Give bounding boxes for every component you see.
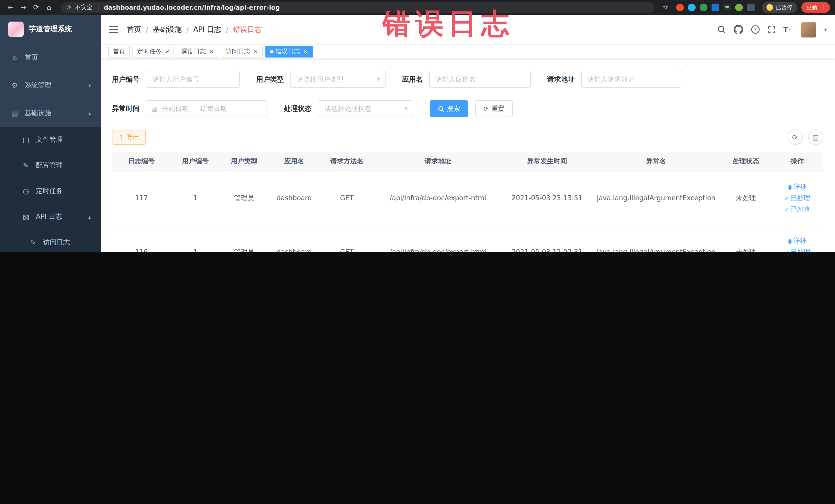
column-header: 处理状态 bbox=[720, 152, 772, 171]
check-icon: ✓ bbox=[785, 249, 789, 252]
cell-request-url: /api/infra/db-doc/export-html bbox=[374, 225, 502, 252]
avatar-caret-icon[interactable]: ▾ bbox=[824, 27, 827, 32]
cell-log-id: 117 bbox=[112, 171, 171, 225]
cell-actions: ◉详细✓已处理✓已忽略 bbox=[772, 225, 823, 252]
mark-processed-link[interactable]: ✓已处理 bbox=[774, 192, 821, 204]
extension-icon-leaf[interactable] bbox=[735, 4, 742, 11]
tab-label: 定时任务 bbox=[137, 47, 162, 56]
detail-link[interactable]: ◉详细 bbox=[774, 181, 821, 192]
action-label: 详细 bbox=[794, 183, 807, 190]
logo-image bbox=[8, 22, 24, 37]
tab-错误日志[interactable]: 错误日志× bbox=[265, 46, 312, 58]
breadcrumb-separator: / bbox=[226, 25, 228, 34]
action-label: 已忽略 bbox=[790, 205, 810, 213]
user-type-select[interactable]: 请选择用户类型 ▾ bbox=[290, 71, 386, 88]
sidebar-item-API 日志[interactable]: ▧API 日志▴ bbox=[0, 204, 101, 229]
exception-time-range[interactable]: ▦ 开始日期 - 结束日期 bbox=[146, 100, 267, 117]
extension-icon-blue-grid[interactable] bbox=[711, 4, 719, 11]
sidebar-item-访问日志[interactable]: ✎访问日志 bbox=[0, 229, 101, 252]
table-row: 1161管理员dashboardGET/api/infra/db-doc/exp… bbox=[112, 225, 823, 252]
sidebar-item-首页[interactable]: ⌂首页 bbox=[0, 44, 101, 72]
tab-访问日志[interactable]: 访问日志× bbox=[221, 46, 263, 58]
browser-home-icon[interactable]: ⌂ bbox=[44, 2, 55, 13]
sidebar-toggle-icon[interactable] bbox=[109, 26, 118, 33]
back-icon[interactable]: ← bbox=[5, 2, 16, 13]
cell-user-type: 管理员 bbox=[220, 225, 268, 252]
column-settings-button[interactable]: ▥ bbox=[808, 129, 823, 145]
export-icon: ↑ bbox=[119, 133, 124, 141]
sidebar-menu: ⌂首页⚙系统管理▾▤基础设施▴▢文件管理✎配置管理◷定时任务▧API 日志▴✎访… bbox=[0, 44, 101, 252]
fullscreen-icon[interactable] bbox=[768, 25, 776, 34]
start-date-placeholder: 开始日期 bbox=[162, 104, 189, 113]
reload-icon[interactable]: ⟳ bbox=[31, 2, 42, 13]
column-header: 请求方法名 bbox=[320, 152, 374, 171]
close-tab-icon[interactable]: × bbox=[303, 48, 308, 55]
sidebar-item-文件管理[interactable]: ▢文件管理 bbox=[0, 127, 101, 153]
breadcrumb-item[interactable]: 首页 bbox=[127, 25, 141, 34]
request-url-field: 请求地址 bbox=[547, 71, 681, 88]
process-status-select[interactable]: 请选择处理状态 ▾ bbox=[318, 100, 413, 117]
close-tab-icon[interactable]: × bbox=[209, 48, 213, 55]
request-url-label: 请求地址 bbox=[547, 75, 575, 84]
export-button[interactable]: ↑ 导出 bbox=[112, 130, 146, 144]
cell-app-name: dashboard bbox=[268, 171, 320, 225]
chrome-update-button[interactable]: 更新 ⋮ bbox=[801, 2, 830, 13]
column-header: 应用名 bbox=[268, 152, 320, 171]
bookmark-star-icon[interactable]: ☆ bbox=[660, 2, 671, 13]
table-toolbar: ↑ 导出 ⟳ ▥ bbox=[112, 129, 823, 145]
eye-icon: ◉ bbox=[788, 238, 792, 244]
help-icon[interactable]: ? bbox=[751, 25, 760, 34]
detail-link[interactable]: ◉详细 bbox=[774, 235, 821, 246]
app-logo[interactable]: 芋道管理系统 bbox=[0, 15, 101, 44]
header-search-icon[interactable] bbox=[717, 25, 726, 34]
extension-icon-paw[interactable] bbox=[747, 4, 754, 11]
sidebar-item-基础设施[interactable]: ▤基础设施▴ bbox=[0, 99, 101, 127]
extension-icon-switch-on[interactable]: on bbox=[723, 4, 731, 11]
eye-icon: ◉ bbox=[788, 184, 792, 190]
chevron-down-icon: ▾ bbox=[377, 76, 380, 83]
forward-icon[interactable]: → bbox=[18, 2, 29, 13]
tab-调度日志[interactable]: 调度日志× bbox=[177, 46, 218, 58]
mark-processed-link[interactable]: ✓已处理 bbox=[774, 246, 821, 252]
column-header: 用户编号 bbox=[171, 152, 220, 171]
sidebar-item-label: 系统管理 bbox=[25, 81, 51, 90]
navbar-actions: ? TT ▾ bbox=[717, 22, 827, 37]
profile-paused-badge[interactable]: 已暂停 bbox=[761, 2, 797, 13]
app-name-input[interactable] bbox=[429, 71, 531, 88]
sidebar-item-系统管理[interactable]: ⚙系统管理▾ bbox=[0, 72, 101, 99]
github-icon[interactable] bbox=[734, 25, 744, 35]
font-size-icon[interactable]: TT bbox=[784, 25, 793, 34]
cell-user-type: 管理员 bbox=[220, 171, 268, 225]
close-tab-icon[interactable]: × bbox=[253, 48, 258, 55]
breadcrumb-item[interactable]: API 日志 bbox=[193, 25, 221, 34]
cell-log-id: 116 bbox=[112, 225, 171, 252]
user-id-input[interactable] bbox=[146, 71, 240, 88]
user-avatar[interactable] bbox=[801, 22, 816, 37]
search-button[interactable]: 搜索 bbox=[430, 100, 468, 117]
sidebar-item-配置管理[interactable]: ✎配置管理 bbox=[0, 153, 101, 178]
app-name-field: 应用名 bbox=[402, 71, 531, 88]
end-date-placeholder: 结束日期 bbox=[200, 104, 227, 113]
chevron-down-icon: ▾ bbox=[88, 82, 91, 88]
check-icon: ✓ bbox=[785, 206, 789, 213]
extension-icon-green[interactable] bbox=[699, 4, 707, 11]
security-chip[interactable]: 不安全 bbox=[75, 4, 93, 11]
extension-icon-orange[interactable] bbox=[676, 4, 684, 11]
tab-label: 访问日志 bbox=[226, 47, 250, 56]
tab-label: 错误日志 bbox=[276, 47, 300, 56]
process-status-placeholder: 请选择处理状态 bbox=[324, 104, 371, 113]
address-bar[interactable]: ⚠ 不安全 | dashboard.yudao.iocoder.cn/infra… bbox=[61, 2, 654, 13]
sidebar-item-定时任务[interactable]: ◷定时任务 bbox=[0, 178, 101, 204]
close-tab-icon[interactable]: × bbox=[165, 48, 169, 55]
request-url-input[interactable] bbox=[581, 71, 681, 88]
tab-首页[interactable]: 首页 bbox=[108, 46, 130, 58]
sidebar-item-label: 定时任务 bbox=[36, 186, 63, 196]
user-id-label: 用户编号 bbox=[112, 75, 140, 84]
mark-ignored-link[interactable]: ✓已忽略 bbox=[774, 204, 821, 215]
tab-定时任务[interactable]: 定时任务× bbox=[133, 46, 174, 58]
extension-icon-blue-drop[interactable] bbox=[688, 4, 695, 11]
refresh-table-button[interactable]: ⟳ bbox=[787, 129, 803, 145]
access-log-icon: ✎ bbox=[29, 238, 38, 246]
breadcrumb-item[interactable]: 基础设施 bbox=[153, 25, 182, 34]
reset-button[interactable]: ⟳ 重置 bbox=[475, 100, 513, 117]
